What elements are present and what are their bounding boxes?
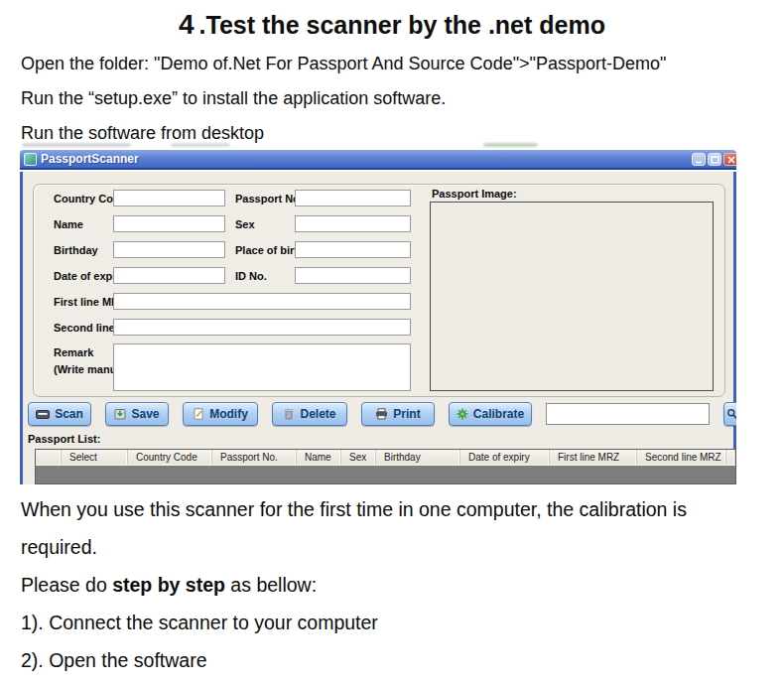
id-no-input[interactable]: [295, 267, 411, 284]
window-titlebar: PassportScanner: [20, 150, 736, 170]
column-header-sex[interactable]: Sex: [341, 450, 376, 465]
document-page: 4.Test the scanner by the .net demo Open…: [0, 0, 784, 685]
passport-no-label: Passport No.: [235, 191, 303, 207]
passport-no-input[interactable]: [295, 190, 411, 206]
scan-button-label: Scan: [55, 407, 83, 421]
first-line-mrz-input[interactable]: [113, 293, 411, 310]
save-button[interactable]: Save: [105, 402, 169, 426]
country-code-input[interactable]: [113, 190, 225, 206]
calibrate-icon: [457, 408, 468, 420]
remark-label: Remark: [54, 344, 93, 361]
print-icon: [375, 408, 388, 420]
passport-list-label: Passport List:: [28, 433, 100, 445]
window-title: PassportScanner: [41, 152, 139, 166]
artifact-smudge: [171, 143, 230, 147]
passport-scanner-window: PassportScanner Country Code Passport No…: [20, 150, 736, 484]
birthday-input[interactable]: [113, 241, 225, 258]
modify-button[interactable]: Modify: [183, 402, 258, 426]
print-button[interactable]: Print: [361, 402, 435, 426]
sex-input[interactable]: [295, 215, 411, 232]
column-header-second-line-mrz[interactable]: Second line MRZ: [637, 450, 726, 465]
print-button-label: Print: [393, 407, 420, 421]
artifact-smudge: [483, 143, 538, 147]
scan-button[interactable]: Scan: [28, 402, 91, 426]
closing-step-line: Please do step by step as bellow:: [21, 566, 774, 604]
step-bold: step by step: [112, 574, 225, 596]
heading-number: 4: [179, 9, 195, 40]
id-no-label: ID No.: [235, 268, 267, 285]
column-header-country-code[interactable]: Country Code: [128, 450, 212, 465]
closing-step-1: 1). Connect the scanner to your computer: [21, 604, 774, 641]
closing-line-2: required.: [21, 528, 774, 566]
search-input[interactable]: [546, 403, 710, 425]
maximize-icon: [711, 156, 719, 164]
remark-textarea[interactable]: [113, 343, 411, 391]
passport-table-header: Select Country Code Passport No. Name Se…: [36, 450, 735, 466]
sex-label: Sex: [235, 216, 255, 233]
modify-button-label: Modify: [209, 407, 248, 421]
column-header-first-line-mrz[interactable]: First line MRZ: [550, 450, 637, 465]
window-controls: [692, 153, 736, 166]
page-title: 4.Test the scanner by the .net demo: [0, 9, 784, 41]
column-header-select[interactable]: Select: [62, 450, 128, 465]
delete-icon: [283, 408, 295, 420]
search-button[interactable]: Search: [723, 402, 736, 426]
instruction-line-2: Run the “setup.exe” to install the appli…: [21, 87, 774, 110]
save-button-label: Save: [131, 407, 159, 421]
name-label: Name: [54, 216, 83, 233]
place-of-birth-input[interactable]: [295, 241, 411, 258]
form-groupbox: Country Code Passport No. Name Sex Birth…: [33, 184, 725, 397]
closing-line-1: When you use this scanner for the first …: [21, 490, 774, 528]
save-icon: [114, 408, 126, 420]
passport-image-label: Passport Image:: [432, 186, 517, 203]
artifact-smudge: [22, 143, 131, 147]
closing-step-2: 2). Open the software: [21, 641, 774, 679]
column-header-birthday[interactable]: Birthday: [376, 450, 460, 465]
step-prefix: Please do: [21, 574, 112, 596]
calibrate-button[interactable]: Calibrate: [449, 402, 532, 426]
toolbar: Scan Save Modify Delete Print: [28, 400, 724, 427]
passport-table: Select Country Code Passport No. Name Se…: [35, 449, 736, 484]
scanner-icon: [36, 408, 50, 420]
window-client-area: Country Code Passport No. Name Sex Birth…: [20, 172, 736, 484]
search-icon: [726, 408, 736, 420]
modify-icon: [193, 408, 204, 420]
delete-button[interactable]: Delete: [272, 402, 347, 426]
instruction-line-1: Open the folder: "Demo of.Net For Passpo…: [21, 53, 774, 75]
column-header-name[interactable]: Name: [297, 450, 341, 465]
passport-image-box: [430, 202, 714, 391]
passport-table-body[interactable]: [36, 466, 735, 484]
birthday-label: Birthday: [54, 242, 98, 259]
calibrate-button-label: Calibrate: [473, 407, 524, 421]
column-header-passport-no[interactable]: Passport No.: [212, 450, 297, 465]
second-line-mrz-input[interactable]: [113, 319, 411, 336]
maximize-button[interactable]: [708, 153, 721, 166]
step-suffix: as bellow:: [225, 574, 317, 596]
delete-button-label: Delete: [300, 407, 335, 421]
date-of-expiry-input[interactable]: [113, 267, 225, 284]
close-button[interactable]: [723, 153, 736, 166]
heading-text: .Test the scanner by the .net demo: [199, 11, 605, 39]
close-icon: [727, 156, 735, 164]
minimize-icon: [695, 156, 703, 164]
name-input[interactable]: [113, 215, 225, 232]
app-icon: [24, 153, 37, 166]
screenshot-artifact: [22, 142, 717, 149]
column-header-selector[interactable]: [36, 450, 62, 465]
column-header-overflow: [726, 450, 735, 465]
closing-paragraphs: When you use this scanner for the first …: [21, 490, 774, 679]
minimize-button[interactable]: [692, 153, 706, 166]
column-header-date-of-expiry[interactable]: Date of expiry: [460, 450, 550, 465]
